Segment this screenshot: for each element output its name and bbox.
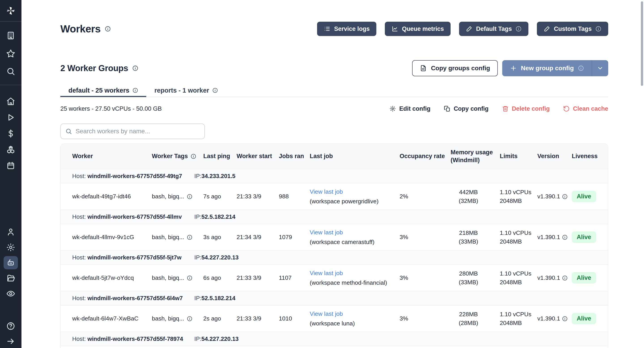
worker-start: 21:34 3/9 <box>236 234 279 241</box>
sidebar <box>0 0 22 348</box>
queue-metrics-label: Queue metrics <box>402 26 444 32</box>
default-tags-info-icon[interactable] <box>516 26 522 32</box>
sidebar-item-resources[interactable] <box>0 142 22 158</box>
windmill-logo[interactable] <box>0 0 22 21</box>
col-version: Version <box>537 152 572 160</box>
worker-version: v1.390.1 <box>537 234 560 241</box>
memory-windmill: (33MB) <box>459 279 478 286</box>
workers-table: Worker Worker Tags Last ping Worker star… <box>60 144 608 348</box>
sidebar-item-runs[interactable] <box>0 109 22 126</box>
sidebar-item-search[interactable] <box>0 63 22 80</box>
worker-start: 21:33 3/9 <box>236 274 279 281</box>
memory-total: 442MB <box>459 189 478 196</box>
sidebar-item-workspace[interactable] <box>0 28 22 44</box>
arrow-right-icon <box>6 337 15 346</box>
page-title: Workers <box>60 23 100 35</box>
sidebar-item-audit[interactable] <box>0 286 22 301</box>
tab-default[interactable]: default - 25 workers <box>60 84 146 96</box>
host-name: windmill-workers-67757d55f-49tg7 <box>88 173 182 179</box>
host-row: Host: windmill-workers-67757d55f-6l4w7 I… <box>60 291 608 306</box>
sidebar-item-expand[interactable] <box>0 334 22 348</box>
chevron-down-icon <box>597 65 604 72</box>
copy-config-button[interactable]: Copy config <box>444 105 488 112</box>
worker-name: wk-default-49tg7-idt46 <box>72 193 152 200</box>
dollar-icon <box>6 129 15 138</box>
worker-row: wk-default-6l4w7-XwBaC bash, bigq... 2s … <box>60 306 608 332</box>
custom-tags-button[interactable]: Custom Tags <box>537 22 608 36</box>
tags-info-icon[interactable] <box>187 234 192 240</box>
host-row: Host: windmill-workers-67757d55f-4llmv I… <box>60 210 608 224</box>
limit-memory: 2048MB <box>500 279 522 286</box>
sidebar-item-user[interactable] <box>0 224 22 240</box>
clean-cache-label: Clean cache <box>573 105 608 112</box>
list-icon <box>324 26 330 32</box>
col-jobs-ran: Jobs ran <box>279 152 310 160</box>
sidebar-item-workers[interactable] <box>0 255 22 270</box>
limit-memory: 2048MB <box>500 198 522 204</box>
worker-tags-info-icon[interactable] <box>190 154 196 159</box>
liveness-badge: Alive <box>572 232 596 243</box>
last-ping: 2s ago <box>203 315 236 322</box>
sidebar-item-schedules[interactable] <box>0 158 22 174</box>
new-group-config-button[interactable]: New group config <box>502 60 608 76</box>
scrollbar-thumb[interactable] <box>641 1 643 86</box>
occupancy-rate: 3% <box>400 315 450 322</box>
pen-icon <box>466 26 472 32</box>
memory-total: 228MB <box>459 311 478 318</box>
version-info-icon[interactable] <box>562 234 568 240</box>
sidebar-item-settings[interactable] <box>0 240 22 255</box>
worker-name: wk-default-6l4w7-XwBaC <box>72 315 152 322</box>
eye-icon <box>6 289 15 298</box>
copy-groups-config-label: Copy groups config <box>431 65 490 72</box>
worker-tags: bash, bigq... <box>152 234 184 241</box>
tags-info-icon[interactable] <box>187 275 192 281</box>
delete-config-label: Delete config <box>512 105 550 112</box>
copy-groups-config-button[interactable]: Copy groups config <box>412 60 498 76</box>
new-group-config-label: New group config <box>521 65 574 72</box>
calendar-icon <box>6 161 15 170</box>
default-tags-button[interactable]: Default Tags <box>459 22 528 36</box>
sidebar-item-favorites[interactable] <box>0 46 22 62</box>
service-logs-button[interactable]: Service logs <box>317 22 376 36</box>
table-header: Worker Worker Tags Last ping Worker star… <box>60 144 608 169</box>
limit-cpu: 1.10 vCPUs <box>500 270 531 277</box>
tab-reports-info-icon[interactable] <box>212 88 218 93</box>
tab-reports[interactable]: reports - 1 worker <box>146 84 226 96</box>
view-last-job-link[interactable]: View last job <box>310 228 395 236</box>
user-icon <box>6 228 15 236</box>
last-ping: 3s ago <box>203 234 236 241</box>
worker-group-tabs: default - 25 workers reports - 1 worker <box>60 84 608 97</box>
version-info-icon[interactable] <box>562 275 568 281</box>
building-icon <box>6 31 15 40</box>
tab-default-info-icon[interactable] <box>132 88 138 93</box>
version-info-icon[interactable] <box>562 316 568 322</box>
sidebar-item-folders[interactable] <box>0 270 22 286</box>
workers-info-icon[interactable] <box>105 26 111 32</box>
worker-row: wk-default-5jt7w-oYdcq bash, bigq... 6s … <box>60 265 608 291</box>
edit-config-button[interactable]: Edit config <box>389 105 430 112</box>
occupancy-rate: 2% <box>400 193 450 200</box>
search-icon <box>6 67 15 76</box>
clean-cache-button[interactable]: Clean cache <box>563 105 608 112</box>
view-last-job-link[interactable]: View last job <box>310 269 395 277</box>
queue-metrics-button[interactable]: Queue metrics <box>385 22 450 36</box>
search-workers-input[interactable] <box>76 128 200 135</box>
sidebar-item-help[interactable] <box>0 318 22 334</box>
sidebar-item-usage[interactable] <box>0 126 22 142</box>
worker-tags: bash, bigq... <box>152 315 184 322</box>
version-info-icon[interactable] <box>562 194 568 200</box>
custom-tags-info-icon[interactable] <box>595 26 602 32</box>
view-last-job-link[interactable]: View last job <box>310 188 395 196</box>
tags-info-icon[interactable] <box>187 316 192 322</box>
tags-info-icon[interactable] <box>187 194 192 200</box>
file-code-icon <box>420 65 427 72</box>
new-group-config-dropdown[interactable] <box>592 60 608 76</box>
default-tags-label: Default Tags <box>476 26 512 32</box>
last-ping: 6s ago <box>203 274 236 281</box>
worker-version: v1.390.1 <box>537 274 560 281</box>
view-last-job-link[interactable]: View last job <box>310 310 395 318</box>
sidebar-item-home[interactable] <box>0 93 22 109</box>
worker-groups-info-icon[interactable] <box>132 65 138 71</box>
delete-config-button[interactable]: Delete config <box>502 105 550 112</box>
new-group-config-info-icon[interactable] <box>578 65 584 71</box>
